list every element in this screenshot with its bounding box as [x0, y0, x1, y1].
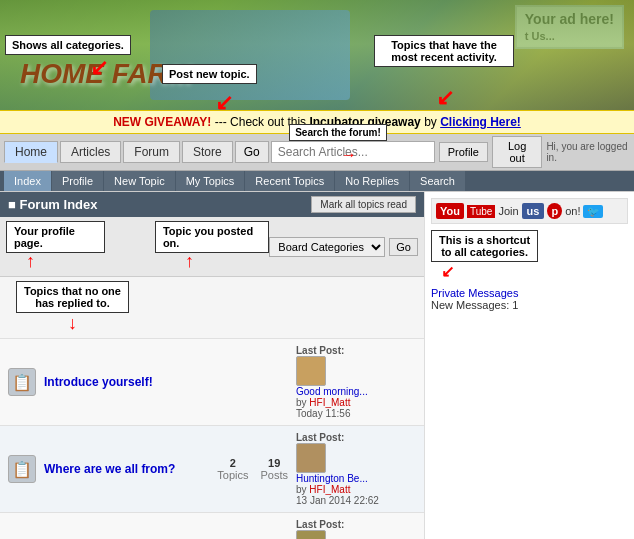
- tab-new-topic[interactable]: New Topic: [104, 171, 175, 191]
- giveaway-prefix: NEW GIVEAWAY!: [113, 115, 211, 129]
- nav-bar: Home Articles Forum Store Go Search the …: [0, 134, 634, 171]
- last-post-2: Last Post: Huntington Be... by HFI_Matt …: [296, 432, 416, 506]
- forum-icon-2: 📋: [8, 455, 36, 483]
- join-label: Join: [498, 205, 518, 217]
- last-post-image-3: [296, 530, 326, 539]
- forum-stats-2: 2Topics 19Posts: [217, 457, 288, 481]
- forum-icon: 📋: [8, 368, 36, 396]
- arrow-categories: ↙: [90, 55, 108, 81]
- content-area: ■ Forum Index Mark all topics read Your …: [0, 192, 634, 539]
- profile-arrow: ↑: [26, 251, 35, 272]
- forum-name: Introduce yourself!: [44, 375, 206, 389]
- forum-index-title: ■ Forum Index: [8, 197, 97, 212]
- board-categories-select[interactable]: Board Categories: [269, 237, 385, 257]
- pinterest-icon: p: [547, 203, 562, 219]
- annotation-post: Post new topic.: [162, 64, 257, 84]
- forum-name-2: Where are we all from?: [44, 462, 217, 476]
- last-post-link-1[interactable]: Good morning...: [296, 386, 368, 397]
- last-post-image-2: [296, 443, 326, 473]
- private-messages-link[interactable]: Private Messages: [431, 287, 518, 299]
- board-go-button[interactable]: Go: [389, 238, 418, 256]
- new-messages-count: 1: [512, 299, 518, 311]
- twitter-icon: 🐦: [583, 205, 603, 218]
- last-post-image-1: [296, 356, 326, 386]
- shortcut-annotation: This is a shortcutto all categories.: [431, 230, 538, 262]
- tab-recent-topics[interactable]: Recent Topics: [245, 171, 334, 191]
- forum-row: 📋 Where are we all from? 2Topics 19Posts…: [0, 426, 424, 513]
- on-label: on!: [565, 205, 580, 217]
- profile-button[interactable]: Profile: [439, 142, 488, 162]
- tab-index[interactable]: Index: [4, 171, 51, 191]
- last-post-link-2[interactable]: Huntington Be...: [296, 473, 368, 484]
- annotation-categories: Shows all categories.: [5, 35, 131, 55]
- last-post-3: Last Post: Chicken in rab... by HFI_Matt…: [296, 519, 416, 539]
- nav-go-button[interactable]: Go: [235, 141, 269, 163]
- arrow-recent: ↙: [436, 85, 454, 110]
- new-messages-label: New Messages:: [431, 299, 509, 311]
- arrow-post: ↙: [215, 90, 233, 110]
- mark-all-read-button[interactable]: Mark all topics read: [311, 196, 416, 213]
- logged-in-text: Hi, you are logged in.: [546, 141, 630, 163]
- forum-link-1[interactable]: Introduce yourself!: [44, 375, 153, 389]
- nav-tab-home[interactable]: Home: [4, 141, 58, 163]
- shortcut-arrow: ↙: [441, 262, 628, 281]
- topic-arrow: ↑: [185, 251, 194, 272]
- nav-right: Profile Log out Hi, you are logged in.: [439, 136, 630, 168]
- logout-button[interactable]: Log out: [492, 136, 542, 168]
- tab-no-replies[interactable]: No Replies: [335, 171, 409, 191]
- no-reply-arrow: ↓: [16, 313, 129, 334]
- tab-my-topics[interactable]: My Topics: [176, 171, 245, 191]
- profile-page-annotation: Your profile page.: [6, 221, 105, 253]
- forum-tabs: Index Profile New Topic My Topics Recent…: [0, 171, 634, 191]
- search-arrow: →: [341, 146, 357, 164]
- main-content: ■ Forum Index Mark all topics read Your …: [0, 192, 424, 539]
- last-post-1: Last Post: Good morning... by HFI_Matt T…: [296, 345, 416, 419]
- youtube-icon: You: [436, 203, 464, 219]
- annotation-recent: Topics that have the most recent activit…: [374, 35, 514, 67]
- tab-profile[interactable]: Profile: [52, 171, 103, 191]
- nav-tab-articles[interactable]: Articles: [60, 141, 121, 163]
- tab-search[interactable]: Search: [410, 171, 465, 191]
- forum-link-2[interactable]: Where are we all from?: [44, 462, 175, 476]
- sidebar: You Tube Join us p on! 🐦 This is a short…: [424, 192, 634, 539]
- no-reply-annotation: Topics that no onehas replied to.: [16, 281, 129, 313]
- search-annotation: Search the forum!: [289, 124, 387, 141]
- forum-row-3: 📋 Fun and jokes! 3Topics 18Posts Last Po…: [0, 513, 424, 539]
- private-messages: Private Messages New Messages: 1: [431, 287, 628, 311]
- nav-tab-forum[interactable]: Forum: [123, 141, 180, 163]
- tube-icon: Tube: [467, 205, 495, 218]
- topic-annotation: Topic you posted on.: [155, 221, 269, 253]
- giveaway-link[interactable]: Clicking Here!: [440, 115, 521, 129]
- facebook-icon: us: [522, 203, 545, 219]
- nav-tab-store[interactable]: Store: [182, 141, 233, 163]
- banner: Your ad here! t Us... HOME FARM Shows al…: [0, 0, 634, 110]
- giveaway-by: by: [424, 115, 440, 129]
- forum-row: 📋 Introduce yourself! Last Post: Good mo…: [0, 339, 424, 426]
- forum-index-header: ■ Forum Index Mark all topics read: [0, 192, 424, 217]
